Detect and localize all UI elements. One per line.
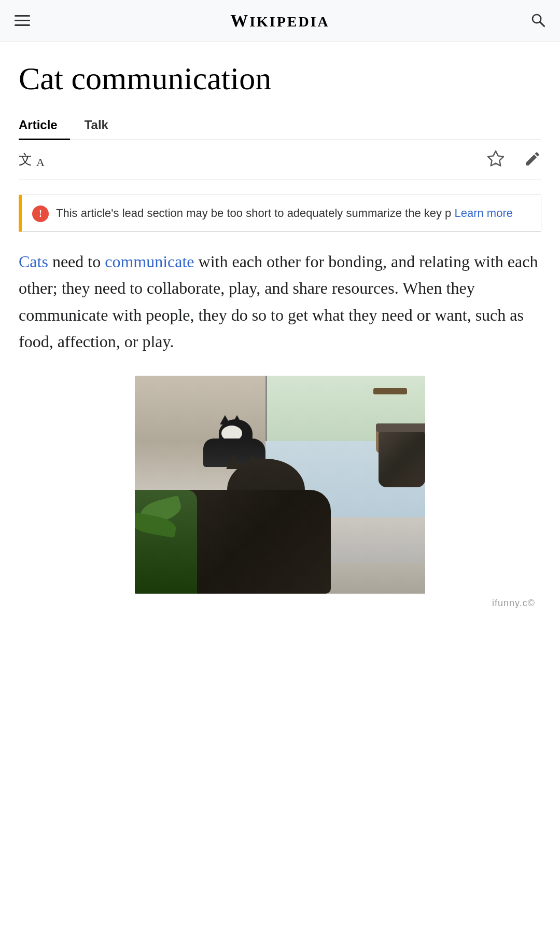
article-image xyxy=(135,376,425,594)
search-button[interactable] xyxy=(530,12,545,30)
warning-icon: ! xyxy=(32,205,49,222)
tab-article[interactable]: Article xyxy=(19,112,70,140)
ifunny-watermark: ifunny.c© xyxy=(492,598,535,609)
article-tabs: Article Talk xyxy=(19,112,541,140)
large-pot-rim xyxy=(376,423,425,432)
article-body: Cats need to communicate with each other… xyxy=(19,249,541,355)
foreground-plant xyxy=(135,490,197,594)
warning-text: This article's lead section may be too s… xyxy=(56,204,530,222)
article-text-1: need to xyxy=(48,252,105,271)
warning-notice: ! This article's lead section may be too… xyxy=(19,195,541,232)
wikipedia-logo[interactable]: WIKIPEDIA xyxy=(230,11,330,31)
page-title: Cat communication xyxy=(19,60,541,97)
menu-button[interactable] xyxy=(15,15,30,26)
link-communicate[interactable]: communicate xyxy=(105,252,194,271)
top-navigation-bar: WIKIPEDIA xyxy=(0,0,560,42)
svg-marker-2 xyxy=(488,151,503,166)
article-image-container: ifunny.c© xyxy=(19,376,541,612)
svg-line-1 xyxy=(540,22,544,26)
tab-talk[interactable]: Talk xyxy=(85,112,121,140)
learn-more-link[interactable]: Learn more xyxy=(454,207,513,220)
cat-scene xyxy=(135,376,425,594)
article-toolbar: 文 A xyxy=(19,140,541,180)
translate-button[interactable]: 文 A xyxy=(19,150,45,169)
large-pot xyxy=(379,430,425,487)
watermark-bar: ifunny.c© xyxy=(19,596,541,612)
watch-button[interactable] xyxy=(486,149,505,170)
link-cats[interactable]: Cats xyxy=(19,252,48,271)
edit-button[interactable] xyxy=(524,150,541,170)
main-content: Cat communication Article Talk 文 A xyxy=(0,42,560,633)
toolbar-right-actions xyxy=(486,149,541,170)
